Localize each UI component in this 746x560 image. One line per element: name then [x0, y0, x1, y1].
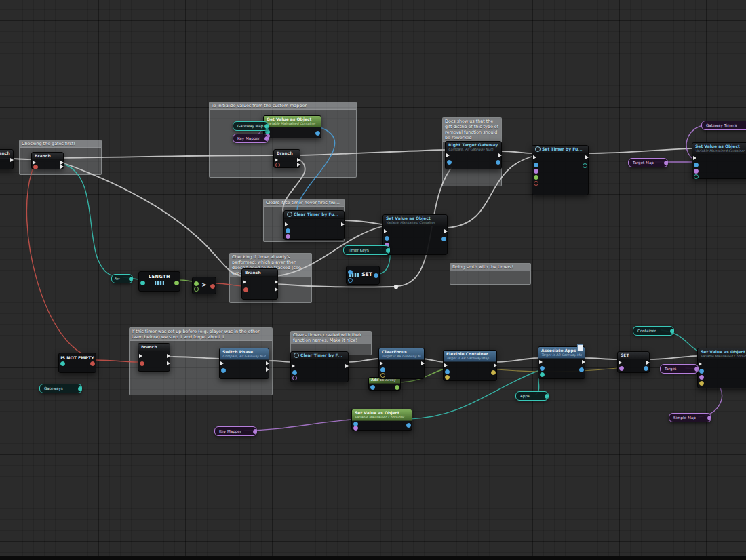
function-name-pin[interactable]	[534, 169, 538, 174]
input-pin[interactable]	[221, 368, 226, 373]
output-pin[interactable]	[395, 385, 399, 390]
target-pin[interactable]	[385, 236, 389, 241]
output-pin[interactable]	[374, 273, 378, 278]
node-array-length[interactable]: LENGTH	[138, 271, 180, 292]
exec-in-pin[interactable]	[444, 363, 448, 367]
output-pin[interactable]	[694, 367, 699, 372]
input-b-pin[interactable]	[194, 287, 199, 292]
length-pin[interactable]	[174, 281, 179, 285]
exec-in-pin[interactable]	[446, 153, 450, 157]
variable-pill[interactable]: Simple Map	[669, 413, 711, 422]
exec-true-pin[interactable]	[275, 280, 278, 284]
node-branch[interactable]: Branch	[31, 152, 64, 169]
exec-in-pin[interactable]	[292, 364, 295, 368]
node-set-value-as-object[interactable]: Set Value as ObjectVariable Maintained C…	[692, 142, 746, 179]
node-branch[interactable]: Branch	[0, 149, 14, 169]
time-pin[interactable]	[534, 175, 538, 180]
exec-out-pin[interactable]	[266, 367, 269, 372]
wire-exec[interactable]	[584, 358, 617, 359]
output-pin[interactable]	[129, 277, 133, 281]
result-pin[interactable]	[210, 284, 215, 289]
variable-pill[interactable]: Gateway Timers	[701, 121, 746, 130]
object-pin[interactable]	[286, 228, 290, 233]
blueprint-graph-canvas[interactable]: Checking the gates first! To initialize …	[0, 0, 746, 560]
variable-pill[interactable]: Target	[660, 364, 699, 374]
wire-exec[interactable]	[648, 356, 697, 359]
output-pin[interactable]	[491, 370, 496, 375]
node-is-not-empty[interactable]: IS NOT EMPTY	[58, 353, 96, 373]
exec-true-pin[interactable]	[297, 158, 300, 162]
exec-false-pin[interactable]	[275, 287, 278, 292]
output-pin[interactable]	[264, 124, 269, 129]
key-pin[interactable]	[699, 375, 704, 380]
array-pin[interactable]	[140, 281, 145, 285]
key-pin[interactable]	[694, 169, 699, 174]
output-pin[interactable]	[664, 161, 668, 165]
object-pin[interactable]	[292, 370, 297, 375]
node-greater-than[interactable]: >	[192, 277, 216, 294]
exec-out-pin[interactable]	[498, 153, 502, 157]
output-pin[interactable]	[264, 136, 269, 141]
exec-in-pin[interactable]	[539, 360, 543, 364]
exec-in-pin[interactable]	[693, 156, 696, 160]
exec-out-pin[interactable]	[585, 155, 589, 159]
target-pin[interactable]	[380, 367, 385, 372]
variable-pill[interactable]: Timer Keys	[343, 245, 390, 255]
node-get-value-as-object[interactable]: Get Value as ObjectVariable Maintained C…	[263, 115, 321, 138]
exec-out-pin[interactable]	[582, 360, 585, 364]
exec-in-pin[interactable]	[243, 280, 246, 284]
input-pin[interactable]	[348, 270, 353, 275]
node-clear-timer-by-function-name[interactable]: Clear Timer by Function Name	[290, 351, 349, 382]
function-name-pin[interactable]	[286, 234, 290, 239]
exec-out-pin[interactable]	[421, 361, 425, 365]
exec-false-pin[interactable]	[297, 163, 300, 167]
wire-exec[interactable]	[62, 163, 241, 276]
exec-out-pin[interactable]	[10, 158, 14, 162]
exec-in-pin[interactable]	[699, 362, 702, 366]
target-pin[interactable]	[694, 163, 699, 167]
output-pin[interactable]	[644, 366, 648, 371]
return-value-pin[interactable]	[406, 423, 411, 428]
variable-pill[interactable]: Target Map	[628, 158, 668, 167]
wire-data[interactable]	[244, 420, 351, 431]
exec-in-pin[interactable]	[380, 361, 383, 365]
input-a-pin[interactable]	[194, 281, 199, 286]
node-set-timer-by-function-name[interactable]: Set Timer by Function Name	[532, 145, 589, 195]
node-associate-apps-api[interactable]: Associate Apps APITarget is AR Gateway M…	[538, 346, 585, 379]
node-flexible-container[interactable]: Flexible ContainerTarget is AR Gateway M…	[443, 350, 497, 381]
exec-in-pin[interactable]	[220, 361, 224, 365]
variable-pill[interactable]: Key Mapper	[233, 134, 269, 143]
node-switch-phase[interactable]: Switch PhaseCompare, All Gateway Num	[219, 348, 269, 379]
value-pin[interactable]	[694, 174, 699, 179]
output-pin[interactable]	[579, 367, 584, 372]
condition-pin[interactable]	[140, 361, 144, 366]
output-pin[interactable]	[78, 386, 82, 391]
return-value-pin[interactable]	[583, 163, 587, 168]
exec-in-pin[interactable]	[285, 222, 288, 226]
input-pin[interactable]	[348, 278, 353, 283]
output-pin[interactable]	[386, 248, 390, 253]
reroute-node[interactable]	[394, 285, 398, 289]
value-pin[interactable]	[699, 381, 704, 386]
input-pin[interactable]	[445, 375, 450, 380]
node-set-value-as-object[interactable]: Set Value as ObjectVariable Maintained C…	[382, 214, 448, 255]
exec-in-pin[interactable]	[619, 361, 622, 365]
result-pin[interactable]	[90, 361, 95, 366]
exec-in-pin[interactable]	[384, 229, 387, 233]
function-name-pin[interactable]	[292, 376, 297, 380]
wire-data[interactable]	[65, 165, 111, 275]
node-set[interactable]: SET	[346, 266, 380, 285]
exec-false-pin[interactable]	[60, 165, 64, 169]
wire-bool[interactable]	[26, 167, 95, 358]
array-pin[interactable]	[60, 361, 65, 366]
return-value-pin[interactable]	[441, 237, 446, 241]
exec-true-pin[interactable]	[167, 354, 170, 358]
return-value-pin[interactable]	[315, 131, 320, 136]
output-pin[interactable]	[253, 429, 257, 434]
node-branch[interactable]: Branch	[138, 343, 170, 372]
comment-box[interactable]: Doing smth with the timers!	[450, 263, 531, 285]
output-pin[interactable]	[545, 394, 549, 399]
wire-data[interactable]	[179, 280, 192, 281]
wire-exec[interactable]	[587, 148, 692, 153]
wire-exec[interactable]	[500, 151, 532, 153]
